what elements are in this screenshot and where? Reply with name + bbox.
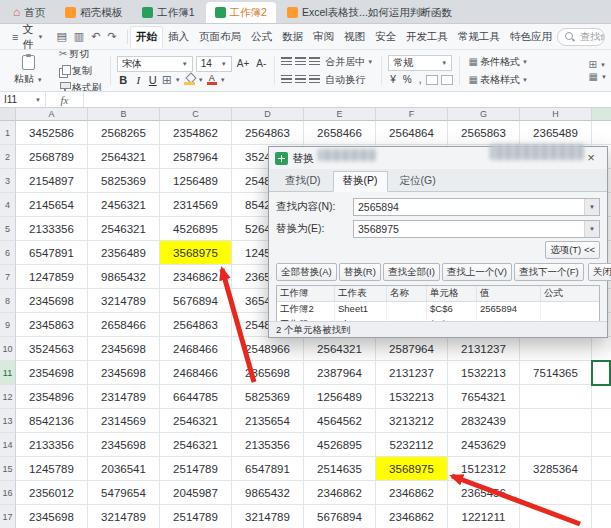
comma-button[interactable]: ,: [417, 73, 424, 86]
decrease-decimal-icon[interactable]: [441, 75, 453, 85]
cell-D14[interactable]: 2135356: [232, 433, 304, 457]
cell-E16[interactable]: 2346862: [304, 481, 376, 505]
cut-button[interactable]: ✂剪切: [57, 50, 104, 62]
doc-tab-稻壳模板[interactable]: 稻壳模板: [56, 2, 131, 23]
cell-F15[interactable]: 3568975: [376, 457, 448, 481]
cell-G17[interactable]: 1221211: [448, 505, 520, 528]
underline-button[interactable]: U: [147, 74, 159, 86]
cell-A9[interactable]: 2345863: [16, 313, 88, 337]
increase-decimal-icon[interactable]: [426, 75, 438, 85]
close-button[interactable]: 关闭: [588, 263, 611, 281]
cell-I15[interactable]: [592, 457, 611, 481]
menu-tab-公式[interactable]: 公式: [246, 27, 277, 47]
cell-F16[interactable]: 2346862: [376, 481, 448, 505]
cell-G16[interactable]: 2365456: [448, 481, 520, 505]
menu-tab-页面布局[interactable]: 页面布局: [194, 27, 246, 47]
dialog-tab-查找(D)[interactable]: 查找(D): [275, 171, 331, 191]
align-center-icon[interactable]: [295, 57, 306, 66]
cell-F17[interactable]: 2346862: [376, 505, 448, 528]
cell-F12[interactable]: 1532213: [376, 385, 448, 409]
grow-font-button[interactable]: A+: [235, 57, 252, 70]
currency-button[interactable]: ¥: [388, 73, 398, 86]
menu-tab-审阅[interactable]: 审阅: [308, 27, 339, 47]
align-middle-icon[interactable]: [295, 75, 306, 84]
cell-G14[interactable]: 2453629: [448, 433, 520, 457]
options-button[interactable]: 选项(T) <<: [545, 241, 600, 259]
menu-tab-安全[interactable]: 安全: [370, 27, 401, 47]
conditional-format-button[interactable]: ▦条件格式▼: [466, 54, 529, 70]
find-what-combobox[interactable]: 2565894▼: [353, 198, 600, 216]
menu-tab-特色应用[interactable]: 特色应用: [505, 27, 557, 47]
row-header-2[interactable]: 2: [0, 145, 16, 169]
file-menu-button[interactable]: ≡ 文件 ▼: [6, 20, 49, 54]
sum-icon[interactable]: ⊞: [589, 60, 597, 70]
chevron-down-icon[interactable]: ▼: [584, 199, 599, 215]
search-input[interactable]: 查找命令、搜索模板: [557, 28, 605, 46]
row-header-12[interactable]: 12: [0, 385, 16, 409]
filter-icon[interactable]: ▦: [589, 72, 598, 82]
cell-B16[interactable]: 5479654: [88, 481, 160, 505]
column-header-C[interactable]: C: [160, 108, 232, 121]
cell-A2[interactable]: 2568789: [16, 145, 88, 169]
cell-H17[interactable]: [520, 505, 592, 528]
cell-A10[interactable]: 3524563: [16, 337, 88, 361]
cell-D13[interactable]: 2135654: [232, 409, 304, 433]
font-size-select[interactable]: 14▼: [196, 56, 232, 72]
column-header-I[interactable]: I: [592, 108, 611, 121]
row-header-3[interactable]: 3: [0, 169, 16, 193]
cell-B10[interactable]: 2345698: [88, 337, 160, 361]
cell-C7[interactable]: 2346862: [160, 265, 232, 289]
cell-A7[interactable]: 1247859: [16, 265, 88, 289]
cell-B9[interactable]: 2658466: [88, 313, 160, 337]
font-color-icon[interactable]: A: [207, 74, 217, 85]
row-header-5[interactable]: 5: [0, 217, 16, 241]
paste-button[interactable]: 粘贴 ▼: [8, 55, 49, 86]
cell-D10[interactable]: 2548966: [232, 337, 304, 361]
cell-C4[interactable]: 2314569: [160, 193, 232, 217]
doc-tab-Excel表格技...如何运用判断函数[interactable]: Excel表格技...如何运用判断函数: [278, 2, 461, 23]
cell-A14[interactable]: 2133356: [16, 433, 88, 457]
row-header-11[interactable]: 11: [0, 361, 16, 385]
cell-G11[interactable]: 1532213: [448, 361, 520, 385]
cell-B4[interactable]: 2456321: [88, 193, 160, 217]
cell-H16[interactable]: [520, 481, 592, 505]
replace-with-combobox[interactable]: 3568975▼: [353, 220, 600, 238]
menu-tab-插入[interactable]: 插入: [163, 27, 194, 47]
cell-E14[interactable]: 4526895: [304, 433, 376, 457]
cell-B7[interactable]: 9865432: [88, 265, 160, 289]
cell-I13[interactable]: [592, 409, 611, 433]
cell-I17[interactable]: [592, 505, 611, 528]
cell-F11[interactable]: 2131237: [376, 361, 448, 385]
cell-H1[interactable]: 2365489: [520, 121, 592, 145]
replace-button[interactable]: 替换(R): [339, 263, 381, 281]
cell-B2[interactable]: 2564321: [88, 145, 160, 169]
row-header-16[interactable]: 16: [0, 481, 16, 505]
cell-E11[interactable]: 2387964: [304, 361, 376, 385]
cell-B11[interactable]: 2345698: [88, 361, 160, 385]
copy-button[interactable]: 复制: [57, 63, 104, 79]
results-list[interactable]: 工作簿工作表名称单元格值公式 工作簿2Sheet1$C$62565894工作簿2…: [276, 285, 600, 323]
cell-F10[interactable]: 2587964: [376, 337, 448, 361]
cell-D12[interactable]: 5825369: [232, 385, 304, 409]
cell-C17[interactable]: 2514789: [160, 505, 232, 528]
cell-A3[interactable]: 2154897: [16, 169, 88, 193]
cell-A5[interactable]: 2133356: [16, 217, 88, 241]
cell-E13[interactable]: 4564562: [304, 409, 376, 433]
cell-G1[interactable]: 2565863: [448, 121, 520, 145]
cell-C3[interactable]: 1256489: [160, 169, 232, 193]
cell-B12[interactable]: 2314789: [88, 385, 160, 409]
cell-G15[interactable]: 1512312: [448, 457, 520, 481]
cell-C5[interactable]: 4526895: [160, 217, 232, 241]
align-bottom-icon[interactable]: [309, 75, 320, 84]
cell-I10[interactable]: [592, 337, 611, 361]
cell-E10[interactable]: 2564321: [304, 337, 376, 361]
cell-I12[interactable]: [592, 385, 611, 409]
cell-A8[interactable]: 2345698: [16, 289, 88, 313]
cell-C10[interactable]: 2468466: [160, 337, 232, 361]
cell-D17[interactable]: 3214789: [232, 505, 304, 528]
undo-ic[interactable]: ↶: [91, 30, 100, 43]
cell-B8[interactable]: 3214789: [88, 289, 160, 313]
row-header-15[interactable]: 15: [0, 457, 16, 481]
chevron-down-icon[interactable]: ▼: [584, 221, 599, 237]
cell-D11[interactable]: 2365698: [232, 361, 304, 385]
